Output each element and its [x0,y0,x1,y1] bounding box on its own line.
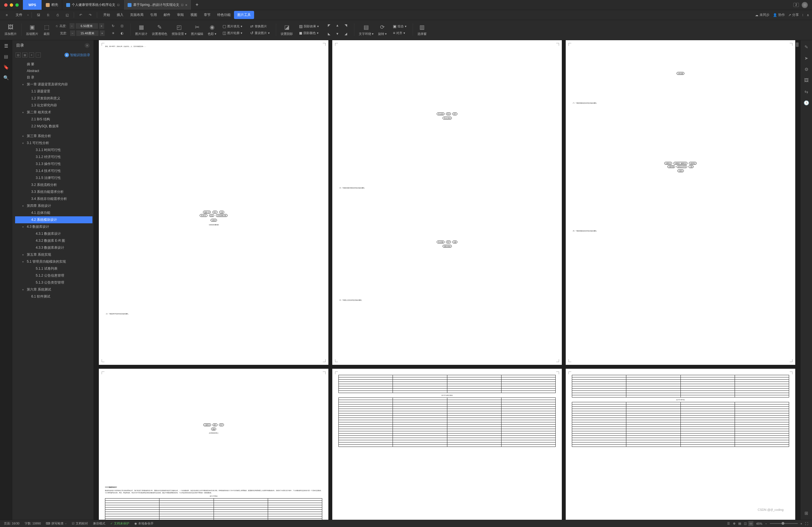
refresh-icon[interactable]: ↻ [109,22,117,30]
menu-item-8[interactable]: 特色功能 [214,11,234,19]
toc-item[interactable]: 5.1.2 公告信息管理 [15,272,92,279]
nudge-down-icon[interactable]: ▼ [333,30,341,38]
export-icon[interactable]: ⎘ [44,11,52,19]
sync-status[interactable]: ☁ 未同步 [755,13,770,17]
close-window-button[interactable] [4,3,8,7]
lock-aspect-icon[interactable]: ⎋ [56,24,58,28]
doc-check-status[interactable]: ☑ 文档校对 [72,522,88,526]
add-image-button[interactable]: 🖼 添加图片 [3,23,18,36]
toc-item[interactable]: 3.2 系统流程分析 [15,181,92,188]
redo-icon[interactable]: ↷ [86,11,94,19]
outline-view-icon[interactable]: ◫ [743,521,748,526]
page-indicator[interactable]: 页面: 16/30 [4,522,19,526]
outline-rail-icon[interactable]: ☰ [3,43,9,48]
toc-item[interactable]: ▾第四章 系统设计 [15,202,92,209]
zoom-level[interactable]: 45% [756,522,762,525]
word-count[interactable]: 字数: 10890 [25,522,41,526]
wps-home-tab[interactable]: WPS [23,0,42,10]
toc-item[interactable]: 4.3.2 数据库 E-R 图 [15,237,92,244]
add-tab-button[interactable]: + [191,0,202,10]
toc-item[interactable]: 3.1.2 经济可行性 [15,153,92,161]
smart-toc-button[interactable]: ✦ 智能识别目录 [64,53,90,58]
bookmark-rail-icon[interactable]: 🔖 [3,64,9,70]
brightness-icon[interactable]: ☀ [109,29,117,37]
nudge-tr-icon[interactable]: ◥ [342,21,350,29]
image-edit-button[interactable]: ✂ 图片编辑 [189,23,205,36]
image-fill-button[interactable]: ▢图片填充 ▾ [221,23,244,29]
tab-daoke[interactable]: 稻壳 [42,0,62,10]
menu-item-3[interactable]: 引用 [147,11,160,19]
nudge-up-icon[interactable]: ▲ [333,21,341,29]
toc-item[interactable]: 4.3.3 数据库表设计 [15,244,92,251]
shadow-color-button[interactable]: ◼阴影颜色 ▾ [298,30,320,36]
minimize-window-button[interactable] [10,3,13,7]
page-thumbnail[interactable]: 系统。在4.4章节，实体分类，比如学生，人，音乐等都是实体…… 创建人员科目名称… [99,40,328,365]
toc-item[interactable]: 3.1.3 操作可行性 [15,161,92,167]
nudge-bl-icon[interactable]: ◣ [325,30,333,38]
menu-item-6[interactable]: 视图 [187,11,201,19]
shadow-effect-button[interactable]: ▨阴影效果 ▾ [298,23,321,29]
close-panel-icon[interactable]: × [85,43,90,48]
toc-item[interactable]: 4.1 总体功能 [15,209,92,216]
toc-item[interactable]: 目 录 [15,74,92,81]
grid-rail-icon[interactable]: ⊞ [803,510,809,516]
window-count-badge[interactable]: 2 [793,3,799,7]
height-input[interactable] [76,23,98,29]
expand-all-icon[interactable]: ⊞ [22,53,27,58]
selection-pane-button[interactable]: ▥ 选择窗 [416,23,428,36]
toc-item[interactable]: 3.1.4 技术可行性 [15,167,92,174]
replace-image-button[interactable]: ⇄替换图片 [248,23,269,29]
toc-item[interactable]: ▾第二章 相关技术 [15,109,92,116]
settings-rail-icon[interactable]: ⚙ [803,67,809,72]
reading-view-icon[interactable]: ☰ [726,521,731,526]
document-area[interactable]: 系统。在4.4章节，实体分类，比如学生，人，音乐等都是实体…… 创建人员科目名称… [94,40,800,520]
print-layout-icon[interactable]: ▤ [737,521,742,526]
compress-image-button[interactable]: ▣ 压缩图片 [24,23,40,36]
reset-image-button[interactable]: ↺重设图片 ▾ [248,30,272,36]
fit-page-icon[interactable]: ⛶ [805,522,808,525]
pin-tab-icon[interactable]: ⊡ [117,3,119,7]
fullscreen-view-icon[interactable]: ▭ [748,521,753,526]
print-icon[interactable]: ⎙ [54,11,61,19]
menu-item-2[interactable]: 页面布局 [127,11,147,19]
toc-item[interactable]: 4.2 系统模块设计 [15,216,92,223]
promote-icon[interactable]: ＋ [29,53,34,58]
image-rail-icon[interactable]: 🖼 [803,77,809,83]
menu-item-0[interactable]: 开始 [100,11,113,19]
page-thumbnail[interactable]: 试卷选题 （7）下图是错题表实体和其具备的属性。 试题时间试题图片 编辑时间试题… [566,40,795,365]
toc-item[interactable]: 1.3 论文研究内容 [15,102,92,109]
toc-item[interactable]: 3.1.5 法律可行性 [15,174,92,181]
compat-mode[interactable]: 兼容模式 [93,522,105,526]
height-decrease-button[interactable]: − [70,23,75,29]
pencil-rail-icon[interactable]: ✎ [803,44,809,50]
toc-item[interactable]: 4.3.1 数据库设计 [15,230,92,237]
zoom-slider[interactable] [770,523,798,524]
toc-item[interactable]: Abstract [15,68,92,74]
search-rail-icon[interactable]: 🔍 [3,75,9,80]
page-thumbnail[interactable]: 考试成绩时间用户 考试记录表 （4）下图是答题详情实体和其具备的属性。 考试答案… [332,40,562,365]
close-tab-icon[interactable]: × [185,3,187,7]
user-avatar[interactable] [802,2,808,8]
print-preview-icon[interactable]: ◱ [63,11,71,19]
colorize-button[interactable]: ◉ 色彩 ▾ [206,23,218,36]
local-backup-status[interactable]: ◉ 本地备份开 [134,522,154,526]
menu-item-5[interactable]: 审阅 [174,11,187,19]
page-thumbnail[interactable]: 表 4-4 用户表 [566,369,795,520]
convert-rail-icon[interactable]: ⇆ [803,89,809,94]
pin-tab-icon[interactable]: ⊡ [181,3,184,7]
zoom-in-button[interactable]: + [800,522,802,525]
toc-item[interactable]: 3.4 系统非功能需求分析 [15,195,92,202]
toc-item[interactable]: 5.1.1 试卷列表 [15,265,92,272]
transparency-button[interactable]: ✎ 设置透明色 [150,23,169,36]
spell-check-status[interactable]: ⌨ 拼写检查 − [46,522,67,526]
history-rail-icon[interactable]: 🕓 [803,100,809,105]
contrast-icon[interactable]: ◐ [118,29,126,37]
tab-doc-1[interactable]: 个人健康管理系统小程序论文 ⊡ [62,0,124,10]
collapse-ribbon-icon[interactable]: ∧ [807,13,809,17]
toc-item[interactable]: 1.2 开发目的和意义 [15,95,92,102]
cursor-rail-icon[interactable]: ➤ [803,55,809,61]
toc-item[interactable]: ▾4.3 数据库设计 [15,223,92,230]
menu-item-4[interactable]: 邮件 [160,11,174,19]
image-outline-button[interactable]: ◫图片轮廓 ▾ [221,30,244,36]
crop-button[interactable]: ⬚ 裁剪 [41,23,52,36]
